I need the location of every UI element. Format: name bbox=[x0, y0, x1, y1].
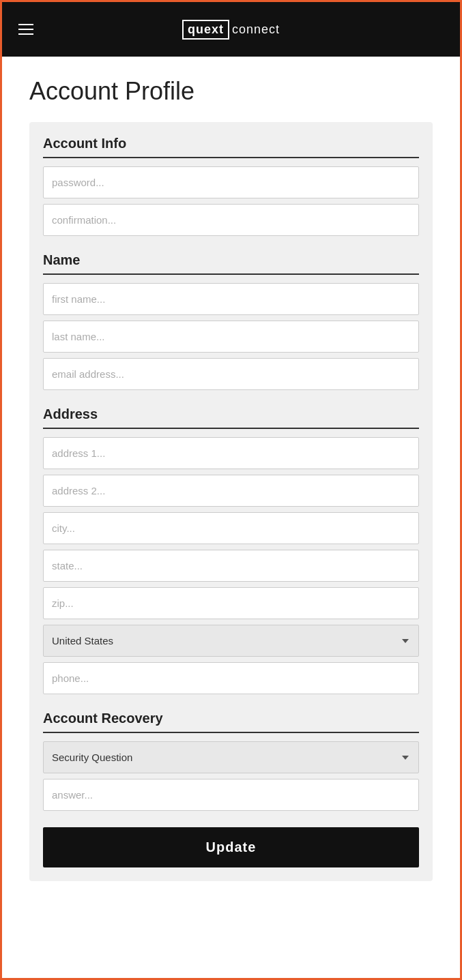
header: quext connect bbox=[2, 2, 460, 57]
page-content: Account Profile Account Info Name Addres… bbox=[2, 57, 460, 902]
last-name-input[interactable] bbox=[43, 321, 419, 353]
page-title: Account Profile bbox=[29, 77, 433, 106]
update-button[interactable]: Update bbox=[43, 827, 419, 867]
name-section-label: Name bbox=[43, 252, 419, 275]
logo: quext connect bbox=[182, 20, 280, 40]
account-info-section-label: Account Info bbox=[43, 136, 419, 158]
logo-box: quext bbox=[182, 20, 229, 40]
phone-input[interactable] bbox=[43, 662, 419, 694]
password-input[interactable] bbox=[43, 166, 419, 198]
logo-text: connect bbox=[232, 23, 280, 37]
address-section-label: Address bbox=[43, 406, 419, 429]
address2-input[interactable] bbox=[43, 475, 419, 507]
form-card: Account Info Name Address United States … bbox=[29, 122, 433, 881]
state-input[interactable] bbox=[43, 550, 419, 582]
zip-input[interactable] bbox=[43, 587, 419, 619]
city-input[interactable] bbox=[43, 512, 419, 544]
menu-icon[interactable] bbox=[18, 24, 33, 35]
answer-input[interactable] bbox=[43, 779, 419, 811]
address1-input[interactable] bbox=[43, 437, 419, 469]
phone-frame: quext connect Account Profile Account In… bbox=[0, 0, 462, 980]
account-recovery-section-label: Account Recovery bbox=[43, 711, 419, 733]
first-name-input[interactable] bbox=[43, 283, 419, 315]
email-input[interactable] bbox=[43, 358, 419, 390]
country-select[interactable]: United States Canada Mexico Other bbox=[43, 625, 419, 657]
confirmation-input[interactable] bbox=[43, 204, 419, 236]
security-question-select[interactable]: Security Question What is your mother's … bbox=[43, 741, 419, 773]
